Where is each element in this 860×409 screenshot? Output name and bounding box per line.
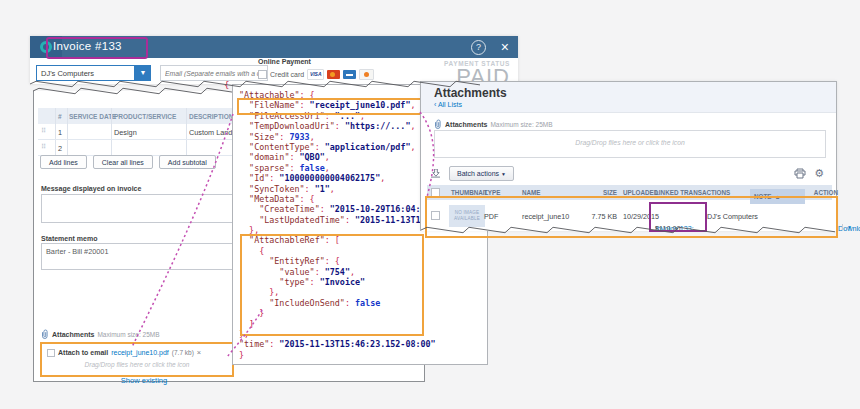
attached-file-size: (7.7 kb) <box>172 349 194 356</box>
col-service-date: SERVICE DATE <box>69 113 116 120</box>
attachments-list-panel: Attachments ‹ All Lists Attachments Maxi… <box>420 81 837 231</box>
col-linked-transactions[interactable]: LINKED TRANSACTIONS <box>655 189 730 196</box>
batch-actions-button[interactable]: Batch actions ▼ <box>449 166 514 181</box>
attachableref-highlight-annotation <box>240 234 424 336</box>
filename-highlight-annotation <box>237 98 428 115</box>
invoice-title-bar: Invoice #133 ? × <box>30 36 518 58</box>
attachments-section-header: Attachments Maximum size: 25MB <box>41 329 160 340</box>
col-num: # <box>58 113 62 120</box>
discover-card-icon <box>359 69 374 80</box>
paperclip-icon <box>41 329 49 340</box>
amex-card-icon <box>343 70 356 79</box>
printer-icon[interactable] <box>794 168 806 179</box>
col-product-service: PRODUCT/SERVICE <box>114 113 176 120</box>
remove-attachment-icon[interactable]: × <box>197 348 201 357</box>
col-thumbnail[interactable]: THUMBNAIL <box>451 189 488 196</box>
credit-card-option: Credit card VISA <box>258 69 374 80</box>
message-label: Message displayed on invoice <box>41 185 141 192</box>
row-product[interactable]: Design <box>114 128 137 137</box>
help-icon[interactable]: ? <box>471 40 486 55</box>
mastercard-icon <box>327 70 340 79</box>
attach-to-email-checkbox[interactable] <box>47 349 55 357</box>
torn-edge <box>421 226 835 236</box>
email-input[interactable] <box>160 65 268 81</box>
title-highlight-annotation <box>46 37 148 59</box>
col-type[interactable]: TYPE <box>484 189 500 196</box>
drag-handle-icon[interactable]: ⠿ <box>41 143 46 151</box>
dropzone-hint[interactable]: Drag/Drop files here or click the icon <box>42 361 232 368</box>
attach-to-email-label: Attach to email <box>58 349 108 356</box>
attached-file-item: Attach to email receipt_june10.pdf (7.7 … <box>47 348 201 357</box>
col-size[interactable]: SIZE <box>577 189 617 196</box>
attachments-toolbar: Batch actions ▼ ⚙ <box>429 166 828 183</box>
attached-file-link[interactable]: receipt_june10.pdf <box>111 349 169 356</box>
download-options-caret[interactable]: ▼ <box>842 224 852 230</box>
online-payment-label: Online Payment <box>258 58 311 65</box>
paperclip-icon <box>434 119 442 130</box>
credit-card-label: Credit card <box>270 71 304 78</box>
attachments-max-size: Maximum size: 25MB <box>97 331 159 338</box>
show-existing-link[interactable]: Show existing <box>34 376 254 385</box>
attach-to-email-highlight-box: Attach to email receipt_june10.pdf (7.7 … <box>40 342 234 377</box>
clear-all-lines-button[interactable]: Clear all lines <box>93 155 153 169</box>
customer-dropdown-button[interactable]: ▼ <box>135 65 151 81</box>
row-num: 1 <box>58 128 62 137</box>
torn-edge <box>30 80 485 90</box>
invoice-editor-header: Invoice #133 ? × ▼ Online Payment Credit… <box>30 36 518 84</box>
credit-card-checkbox[interactable] <box>258 70 267 79</box>
invoice-message-textarea[interactable] <box>41 194 237 223</box>
import-icon[interactable] <box>431 169 441 180</box>
all-lists-link[interactable]: ‹ All Lists <box>434 101 462 108</box>
screenshot-canvas: Invoice #133 ? × ▼ Online Payment Credit… <box>0 0 860 409</box>
col-uploaded[interactable]: UPLOADED <box>623 189 658 196</box>
visa-card-icon: VISA <box>307 69 324 80</box>
drag-handle-icon[interactable]: ⠿ <box>41 127 46 135</box>
json-line: "time": "2015-11-13T15:46:23.152-08:00" <box>239 339 487 349</box>
attachments-label: Attachments <box>445 121 487 128</box>
chevron-down-icon: ▼ <box>140 69 147 76</box>
dropzone-hint: Drag/Drop files here or click the icon <box>435 139 825 146</box>
attachments-dropzone[interactable]: Drag/Drop files here or click the icon <box>434 130 826 158</box>
row-num: 2 <box>58 144 62 153</box>
close-icon[interactable]: × <box>501 38 509 56</box>
add-subtotal-button[interactable]: Add subtotal <box>159 155 216 169</box>
col-action: ACTION <box>800 189 838 196</box>
json-line: } <box>239 350 487 360</box>
memo-label: Statement memo <box>41 235 97 242</box>
attachments-section-header: Attachments Maximum size: 25MB <box>434 119 553 130</box>
customer-input[interactable] <box>36 65 135 81</box>
attachments-label: Attachments <box>52 331 94 338</box>
chevron-down-icon: ▼ <box>501 171 506 177</box>
line-item-actions: Add lines Clear all lines Add subtotal <box>40 155 216 169</box>
col-name[interactable]: NAME <box>522 189 541 196</box>
add-lines-button[interactable]: Add lines <box>40 155 87 169</box>
gear-icon[interactable]: ⚙ <box>814 166 824 181</box>
batch-actions-label: Batch actions <box>457 170 499 177</box>
attachments-max-size: Maximum size: 25MB <box>490 121 552 128</box>
statement-memo-textarea[interactable]: Barter - Bill #20001 <box>41 243 237 270</box>
